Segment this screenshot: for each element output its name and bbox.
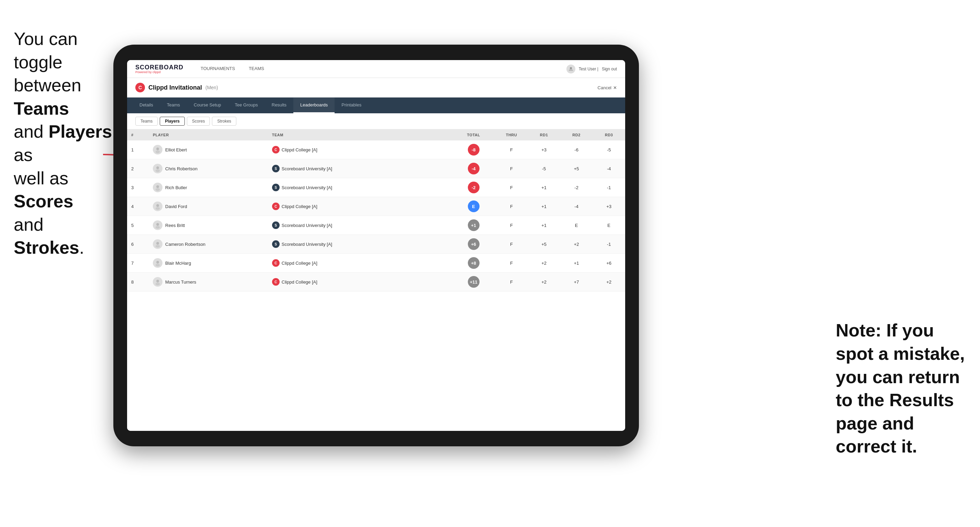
player-name: Rich Butler	[165, 185, 187, 190]
tab-course-setup[interactable]: Course Setup	[187, 97, 228, 113]
svg-point-14	[156, 261, 159, 264]
svg-point-1	[570, 67, 572, 69]
cell-rd3: -1	[593, 178, 625, 197]
nav-tournaments[interactable]: TOURNAMENTS	[194, 60, 242, 78]
cell-rd1: +3	[528, 140, 560, 159]
cell-rd2: +7	[560, 273, 593, 292]
cell-rd1: +2	[528, 254, 560, 273]
tab-teams[interactable]: Teams	[160, 97, 187, 113]
col-rd2: RD2	[560, 129, 593, 140]
team-name: Scoreboard University [A]	[282, 185, 332, 190]
player-name: Cameron Robertson	[165, 242, 205, 247]
cell-team: C Clippd College [A]	[268, 273, 452, 292]
cell-total: -2	[452, 178, 495, 197]
svg-point-6	[156, 186, 159, 188]
tab-printables[interactable]: Printables	[334, 97, 368, 113]
cell-rd3: -5	[593, 140, 625, 159]
cell-rd3: -4	[593, 159, 625, 178]
tournament-title-area: C Clippd Invitational (Men)	[135, 83, 218, 92]
table-header-row: # PLAYER TEAM TOTAL THRU RD1 RD2 RD3	[127, 129, 625, 140]
col-rd1: RD1	[528, 129, 560, 140]
col-total: TOTAL	[452, 129, 495, 140]
cell-rd1: +2	[528, 273, 560, 292]
cell-thru: F	[495, 197, 528, 216]
table-row: 7 Blair McHarg C Clippd College [A] +8F+…	[127, 254, 625, 273]
cell-rd3: +6	[593, 254, 625, 273]
score-badge: -2	[468, 182, 479, 193]
player-avatar	[153, 258, 162, 268]
cell-rd2: +1	[560, 254, 593, 273]
tab-results[interactable]: Results	[265, 97, 293, 113]
cell-rank: 2	[127, 159, 149, 178]
cell-rank: 5	[127, 216, 149, 235]
cell-thru: F	[495, 159, 528, 178]
svg-point-12	[156, 242, 159, 245]
cell-thru: F	[495, 216, 528, 235]
cell-team: S Scoreboard University [A]	[268, 159, 452, 178]
svg-point-13	[156, 245, 160, 248]
cell-rd2: +5	[560, 159, 593, 178]
svg-point-8	[156, 204, 159, 207]
cell-thru: F	[495, 178, 528, 197]
toggle-strokes-button[interactable]: Strokes	[212, 117, 236, 125]
svg-point-17	[156, 283, 160, 285]
player-avatar	[153, 145, 162, 154]
cell-player: Marcus Turners	[149, 273, 268, 292]
cell-total: -8	[452, 140, 495, 159]
toggle-scores-button[interactable]: Scores	[187, 117, 210, 125]
team-logo: S	[272, 184, 280, 191]
cell-player: Elliot Ebert	[149, 140, 268, 159]
col-team: TEAM	[268, 129, 452, 140]
team-logo: S	[272, 221, 280, 229]
toggle-players-button[interactable]: Players	[160, 117, 185, 125]
toggle-teams-button[interactable]: Teams	[135, 117, 158, 125]
svg-point-9	[156, 207, 160, 210]
sub-nav: Details Teams Course Setup Tee Groups Re…	[127, 97, 625, 113]
cell-team: S Scoreboard University [A]	[268, 235, 452, 254]
cell-team: C Clippd College [A]	[268, 197, 452, 216]
player-avatar	[153, 164, 162, 173]
cancel-button[interactable]: Cancel ✕	[598, 85, 617, 90]
cell-rd1: +1	[528, 216, 560, 235]
cell-rd1: +1	[528, 197, 560, 216]
nav-teams[interactable]: TEAMS	[242, 60, 271, 78]
cell-rd2: -2	[560, 178, 593, 197]
tab-details[interactable]: Details	[133, 97, 160, 113]
sign-out-link[interactable]: Sign out	[602, 67, 617, 71]
tournament-logo: C	[135, 83, 145, 92]
table-row: 4 David Ford C Clippd College [A] EF+1-4…	[127, 197, 625, 216]
logo-area: SCOREBOARD Powered by clippd	[135, 64, 183, 74]
tab-tee-groups[interactable]: Tee Groups	[228, 97, 265, 113]
cell-rd1: -5	[528, 159, 560, 178]
team-name: Clippd College [A]	[282, 147, 317, 152]
player-avatar	[153, 183, 162, 192]
svg-point-3	[156, 150, 160, 153]
toggle-area: Teams Players Scores Strokes	[127, 113, 625, 129]
score-badge: -8	[468, 144, 479, 156]
team-logo: C	[272, 278, 280, 286]
col-player: PLAYER	[149, 129, 268, 140]
team-name: Clippd College [A]	[282, 260, 317, 266]
cell-team: S Scoreboard University [A]	[268, 178, 452, 197]
cell-thru: F	[495, 235, 528, 254]
cell-rank: 7	[127, 254, 149, 273]
cell-player: David Ford	[149, 197, 268, 216]
player-name: David Ford	[165, 204, 187, 209]
logo-main: SCOREBOARD	[135, 64, 183, 71]
cell-rd2: -6	[560, 140, 593, 159]
player-name: Chris Robertson	[165, 166, 197, 171]
player-avatar	[153, 277, 162, 287]
team-name: Clippd College [A]	[282, 204, 317, 209]
table-row: 1 Elliot Ebert C Clippd College [A] -8F+…	[127, 140, 625, 159]
tab-leaderboards[interactable]: Leaderboards	[293, 97, 334, 113]
cell-player: Cameron Robertson	[149, 235, 268, 254]
player-avatar	[153, 202, 162, 211]
cell-thru: F	[495, 254, 528, 273]
score-badge: +6	[468, 238, 479, 250]
player-name: Marcus Turners	[165, 279, 196, 285]
cell-rd2: E	[560, 216, 593, 235]
cell-rank: 1	[127, 140, 149, 159]
team-name: Scoreboard University [A]	[282, 223, 332, 228]
table-row: 3 Rich Butler S Scoreboard University [A…	[127, 178, 625, 197]
cell-total: +11	[452, 273, 495, 292]
